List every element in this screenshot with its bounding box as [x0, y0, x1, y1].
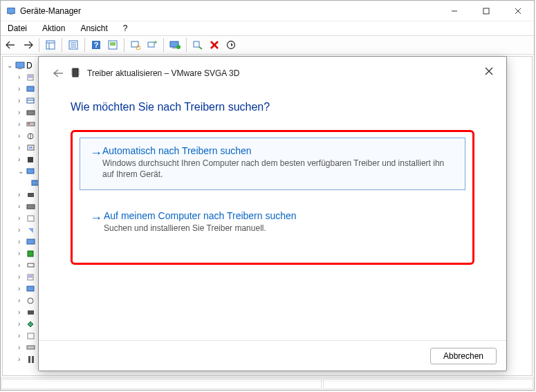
- expand-icon[interactable]: ›: [18, 261, 25, 269]
- uninstall-icon[interactable]: [190, 37, 205, 53]
- device-icon: [26, 307, 37, 318]
- close-button[interactable]: [502, 1, 534, 21]
- highlight-box: → Automatisch nach Treibern suchen Windo…: [71, 130, 474, 265]
- action-icon[interactable]: [105, 37, 120, 53]
- device-icon: [26, 201, 37, 212]
- forward-icon[interactable]: [20, 37, 35, 53]
- option-browse-desc: Suchen und installieren Sie Treiber manu…: [104, 223, 297, 234]
- svg-rect-23: [172, 48, 176, 48]
- menubar: Datei Aktion Ansicht ?: [1, 21, 534, 35]
- menu-file[interactable]: Datei: [5, 22, 30, 35]
- show-hide-tree-icon[interactable]: [43, 37, 58, 53]
- svg-rect-37: [27, 122, 35, 126]
- svg-rect-25: [194, 41, 199, 47]
- svg-rect-16: [110, 42, 115, 46]
- svg-rect-50: [28, 251, 33, 256]
- expand-icon[interactable]: ›: [18, 332, 25, 339]
- expand-icon[interactable]: ›: [18, 308, 25, 316]
- svg-rect-51: [28, 263, 34, 267]
- expand-icon[interactable]: ›: [18, 285, 25, 292]
- expand-icon[interactable]: ›: [18, 214, 25, 222]
- svg-rect-42: [29, 147, 33, 149]
- svg-rect-54: [27, 286, 34, 291]
- expand-icon[interactable]: ›: [18, 250, 25, 257]
- option-auto-desc: Windows durchsucht Ihren Computer nach d…: [102, 158, 455, 180]
- device-icon: [26, 154, 37, 165]
- svg-rect-19: [148, 42, 154, 47]
- collapse-icon[interactable]: ⌄: [7, 62, 14, 69]
- svg-rect-48: [28, 216, 34, 221]
- dialog-back-button[interactable]: [50, 65, 66, 82]
- help-icon[interactable]: ?: [89, 37, 104, 53]
- expand-icon[interactable]: ›: [18, 344, 25, 351]
- update-driver-icon[interactable]: [167, 37, 183, 53]
- titlebar: Geräte-Manager: [1, 1, 534, 21]
- device-icon: [26, 84, 37, 95]
- scan-hardware-icon[interactable]: [128, 37, 143, 53]
- device-icon: [26, 107, 37, 118]
- add-legacy-icon[interactable]: [145, 37, 160, 53]
- device-icon: [26, 119, 37, 130]
- svg-rect-46: [28, 193, 34, 197]
- svg-rect-59: [28, 356, 30, 363]
- svg-rect-49: [27, 239, 35, 244]
- svg-point-24: [176, 45, 181, 49]
- disable-icon[interactable]: [207, 37, 222, 53]
- option-browse-title: Auf meinem Computer nach Treibern suchen: [104, 210, 297, 221]
- expand-icon[interactable]: ›: [18, 120, 25, 128]
- svg-rect-0: [8, 8, 15, 13]
- device-icon: [26, 295, 37, 306]
- svg-rect-53: [28, 275, 33, 278]
- device-chip-icon: [71, 66, 82, 80]
- expand-icon[interactable]: ›: [18, 191, 25, 198]
- option-browse-computer[interactable]: → Auf meinem Computer nach Treibern such…: [80, 203, 465, 244]
- expand-icon[interactable]: ›: [18, 297, 25, 304]
- expand-icon[interactable]: ›: [18, 144, 25, 151]
- expand-icon[interactable]: ›: [18, 73, 25, 81]
- menu-action[interactable]: Aktion: [39, 22, 68, 35]
- arrow-right-icon: →: [90, 145, 102, 180]
- device-icon: [26, 142, 37, 153]
- menu-help[interactable]: ?: [120, 22, 131, 35]
- device-icon: [26, 166, 37, 177]
- expand-icon[interactable]: ›: [18, 109, 25, 116]
- arrow-right-icon: →: [90, 210, 104, 234]
- enable-icon[interactable]: [223, 37, 239, 53]
- expand-icon[interactable]: ›: [18, 203, 25, 210]
- minimize-button[interactable]: [438, 1, 470, 21]
- expand-icon[interactable]: ›: [18, 355, 25, 363]
- dialog-question: Wie möchten Sie nach Treibern suchen?: [71, 101, 474, 113]
- update-driver-dialog: Treiber aktualisieren – VMware SVGA 3D W…: [38, 56, 507, 371]
- expand-icon[interactable]: ›: [18, 273, 25, 281]
- expand-icon[interactable]: ›: [18, 97, 25, 104]
- svg-text:?: ?: [94, 41, 99, 49]
- device-icon: [26, 260, 37, 271]
- back-icon[interactable]: [3, 37, 19, 53]
- expand-icon[interactable]: ›: [18, 132, 25, 140]
- svg-rect-60: [32, 356, 34, 363]
- properties-icon[interactable]: [66, 37, 81, 53]
- option-auto-search[interactable]: → Automatisch nach Treibern suchen Windo…: [80, 138, 465, 190]
- cancel-button[interactable]: Abbrechen: [430, 348, 497, 364]
- toolbar: ?: [1, 35, 534, 55]
- device-icon: [26, 342, 37, 353]
- svg-rect-58: [27, 346, 35, 349]
- expand-icon[interactable]: ›: [18, 320, 25, 328]
- svg-rect-6: [46, 41, 55, 49]
- device-icon: [26, 354, 37, 365]
- collapse-icon[interactable]: ⌄: [18, 167, 25, 175]
- device-icon: [26, 319, 37, 330]
- svg-rect-29: [16, 62, 24, 68]
- maximize-button[interactable]: [470, 1, 502, 21]
- menu-view[interactable]: Ansicht: [77, 22, 110, 35]
- expand-icon[interactable]: ›: [18, 226, 25, 234]
- expand-icon[interactable]: ›: [18, 238, 25, 245]
- expand-icon[interactable]: ›: [18, 85, 25, 93]
- device-icon: [26, 272, 37, 283]
- dialog-close-button[interactable]: [481, 64, 497, 79]
- svg-rect-57: [28, 333, 34, 339]
- svg-rect-33: [27, 86, 34, 91]
- device-icon: [26, 189, 37, 200]
- expand-icon[interactable]: ›: [18, 156, 25, 163]
- svg-point-38: [28, 123, 30, 124]
